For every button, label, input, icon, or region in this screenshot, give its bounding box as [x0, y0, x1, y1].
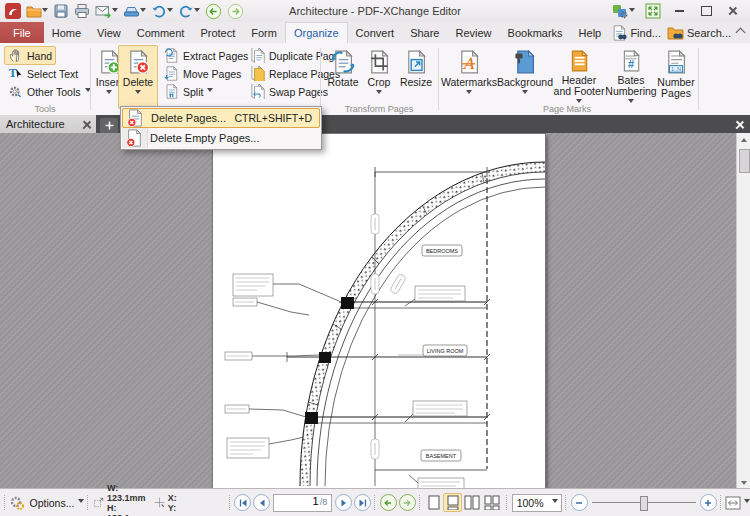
layout-single-page-button[interactable] [424, 493, 443, 512]
tab-review[interactable]: Review [447, 22, 499, 43]
number-pages-button[interactable]: 1..N Number Pages [656, 45, 696, 109]
back-icon [205, 3, 222, 20]
tab-help[interactable]: Help [571, 22, 610, 43]
rotate-button[interactable]: Rotate [324, 45, 362, 109]
scan-menu-caret[interactable] [140, 8, 146, 15]
layout-two-pages-continuous-button[interactable] [481, 493, 503, 512]
watermarks-button[interactable]: A Watermarks [440, 45, 498, 109]
menu-shortcut: CTRL+SHIFT+D [234, 112, 319, 124]
previous-page-button[interactable] [253, 494, 270, 511]
group-label-page-marks: Page Marks [440, 104, 694, 114]
new-tab-button[interactable] [100, 118, 118, 133]
page-size-icon [93, 495, 104, 510]
bates-numbering-button[interactable]: # Bates Numbering [606, 45, 656, 109]
fit-page-button[interactable] [725, 496, 750, 510]
first-page-button[interactable] [234, 494, 251, 511]
zoom-out-button[interactable] [571, 494, 588, 511]
ui-options-caret[interactable] [629, 8, 635, 15]
tab-convert[interactable]: Convert [348, 22, 403, 43]
toolbar-grip [4, 495, 6, 510]
delete-pages-menu-icon [126, 109, 144, 127]
room-label-basement: BASEMENT [421, 450, 461, 461]
number-pages-icon: 1..N [664, 50, 688, 74]
pdf-page[interactable]: BEDROOMS LIVING ROOM BASEMENT [213, 134, 545, 489]
previous-view-button[interactable] [380, 494, 397, 511]
menu-item-delete-pages[interactable]: Delete Pages... CTRL+SHIFT+D [122, 108, 320, 128]
document-tab-architecture[interactable]: Architecture [0, 115, 96, 133]
tab-comment[interactable]: Comment [129, 22, 193, 43]
scrollbar-thumb[interactable] [739, 149, 750, 173]
minimize-button[interactable] [667, 2, 692, 20]
extract-pages-button[interactable]: Extract Pages [160, 46, 252, 65]
delete-pages-button[interactable]: Delete [118, 45, 158, 109]
crop-button[interactable]: Crop [362, 45, 396, 109]
zoom-slider[interactable] [592, 494, 696, 511]
ui-options-icon [612, 3, 629, 19]
options-button[interactable]: Options... [9, 495, 84, 511]
resize-button[interactable]: Resize [396, 45, 436, 109]
layout-two-pages-button[interactable] [462, 493, 481, 512]
page-width: W: 123.1mm [107, 483, 146, 503]
status-bar: Options... W: 123.1mm H: 183.1mm X: Y: 1… [0, 488, 750, 516]
ui-options-button[interactable] [608, 2, 638, 20]
tab-view[interactable]: View [89, 22, 129, 43]
next-page-button[interactable] [335, 494, 352, 511]
header-and-footer-button[interactable]: Header and Footer [552, 45, 606, 109]
close-document-icon[interactable] [736, 120, 744, 128]
open-menu-caret[interactable] [42, 8, 48, 15]
split-icon [164, 84, 179, 99]
zoom-level-select[interactable]: 100% [512, 494, 562, 512]
forward-button[interactable] [225, 2, 246, 21]
move-pages-button[interactable]: Move Pages [160, 64, 245, 83]
tab-file[interactable]: File [0, 22, 44, 43]
tab-close-icon[interactable] [83, 121, 90, 128]
tab-share[interactable]: Share [402, 22, 447, 43]
redo-icon [178, 3, 194, 19]
print-button[interactable] [72, 2, 92, 21]
scan-button[interactable] [121, 2, 148, 21]
zoom-in-button[interactable] [700, 494, 717, 511]
options-gear-icon [9, 495, 25, 511]
select-text-button[interactable]: T Select Text [4, 64, 82, 83]
scroll-up-icon [741, 135, 747, 142]
menu-item-delete-empty-pages[interactable]: Delete Empty Pages... [122, 128, 320, 148]
delete-pages-icon [126, 50, 150, 74]
room-label-living-room: LIVING ROOM [423, 345, 467, 356]
vertical-scrollbar[interactable] [736, 133, 750, 489]
next-view-button[interactable] [399, 494, 416, 511]
tab-home[interactable]: Home [44, 22, 89, 43]
zoom-slider-thumb[interactable] [640, 496, 648, 511]
save-button[interactable] [51, 2, 71, 21]
scroll-up-button[interactable] [737, 133, 750, 146]
close-button[interactable] [721, 2, 746, 20]
other-tools-button[interactable]: Other Tools [4, 82, 95, 101]
fullscreen-button[interactable] [640, 2, 665, 20]
search-button[interactable]: Search... [667, 25, 731, 40]
layout-continuous-button[interactable] [443, 493, 462, 512]
open-button[interactable] [24, 2, 50, 21]
email-icon [95, 3, 112, 19]
page-number-input[interactable]: 1 /8 [273, 494, 332, 512]
back-button[interactable] [203, 2, 224, 21]
undo-menu-caret[interactable] [167, 8, 173, 15]
split-button[interactable]: Split [160, 82, 217, 101]
ribbon-collapse-icon[interactable] [736, 28, 746, 38]
undo-button[interactable] [149, 2, 175, 21]
redo-button[interactable] [176, 2, 202, 21]
tab-bookmarks[interactable]: Bookmarks [500, 22, 571, 43]
tab-organize[interactable]: Organize [285, 22, 348, 43]
toolbar-grip [374, 495, 376, 510]
redo-menu-caret[interactable] [194, 8, 200, 15]
email-menu-caret[interactable] [112, 8, 118, 15]
printer-icon [74, 3, 90, 19]
background-button[interactable]: Background [498, 45, 552, 109]
hand-tool-button[interactable]: Hand [4, 46, 56, 65]
document-area[interactable]: BEDROOMS LIVING ROOM BASEMENT [0, 133, 750, 489]
tab-form[interactable]: Form [243, 22, 285, 43]
maximize-button[interactable] [694, 2, 719, 20]
page-dimensions: W: 123.1mm H: 183.1mm [107, 483, 146, 516]
email-button[interactable] [93, 2, 120, 21]
find-button[interactable]: Find... [611, 25, 661, 41]
tab-protect[interactable]: Protect [192, 22, 243, 43]
last-page-button[interactable] [354, 494, 371, 511]
